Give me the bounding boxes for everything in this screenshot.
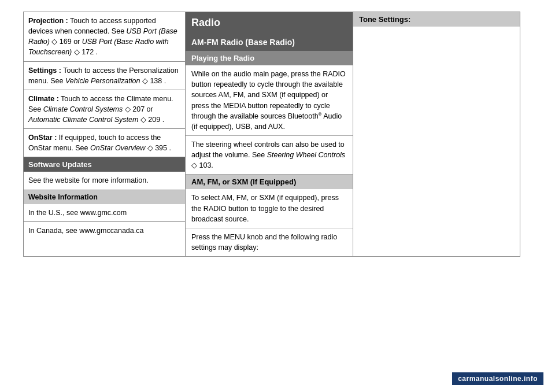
climate-end: . [162, 116, 164, 124]
onstar-end: . [169, 144, 171, 152]
projection-arrow1: ◇ 169 [51, 38, 71, 46]
radio-title: Radio [186, 12, 353, 34]
settings-arrow1: ◇ 138 [142, 77, 162, 85]
climate-section: Climate : Touch to access the Climate me… [24, 90, 185, 129]
settings-section: Settings : Touch to access the Personali… [24, 62, 185, 90]
playing-body1-block: While on the audio main page, press the … [186, 65, 353, 136]
projection-label: Projection : [28, 17, 68, 25]
settings-label: Settings : [28, 66, 61, 75]
projection-italic2: USB Port (Base Radio with Touchscreen) [28, 38, 169, 56]
onstar-section: OnStar : If equipped, touch to access th… [24, 129, 185, 157]
left-column: Projection : Touch to access supported d… [23, 12, 185, 257]
website-canada-line: In Canada, see www.gmccanada.ca [24, 222, 185, 239]
am-fm-sxm-header: AM, FM, or SXM (If Equipped) [186, 175, 353, 189]
content-area: Projection : Touch to access supported d… [23, 12, 532, 257]
middle-column: Radio AM-FM Radio (Base Radio) Playing t… [185, 12, 353, 257]
climate-arrow1: ◇ 207 [125, 105, 145, 113]
am-fm-body1: To select AM, FM, or SXM (if equipped), … [186, 189, 353, 228]
software-updates-body: See the website for more information. [24, 172, 185, 190]
playing-header: Playing the Radio [186, 51, 353, 65]
climate-arrow2: ◇ 209 [140, 116, 160, 124]
website-us-line: In the U.S., see www.gmc.com [24, 204, 185, 222]
am-fm-body2: Press the MENU knob and the following ra… [186, 228, 353, 256]
onstar-label: OnStar : [28, 134, 57, 142]
projection-section: Projection : Touch to access supported d… [24, 12, 185, 62]
playing-body2-block: The steering wheel controls can also be … [186, 136, 353, 175]
software-updates-header: Software Updates [24, 157, 185, 172]
right-column: Tone Settings: [353, 12, 520, 257]
onstar-italic1: OnStar Overview [90, 144, 145, 152]
playing-body2-arrow: ◇ 103 [191, 161, 211, 169]
climate-mid1: or [147, 105, 153, 113]
climate-label: Climate : [28, 95, 59, 103]
climate-italic1: Climate Control Systems [43, 105, 123, 113]
settings-end: . [164, 77, 166, 85]
projection-mid1: or [73, 38, 82, 46]
tone-settings-header: Tone Settings: [353, 12, 520, 27]
playing-body2-end: . [211, 161, 213, 169]
watermark: carmanualsonline.info [452, 372, 543, 385]
onstar-arrow1: ◇ 395 [147, 144, 167, 152]
climate-italic2: Automatic Climate Control System [28, 116, 138, 124]
website-info-header: Website Information [24, 190, 185, 204]
settings-italic1: Vehicle Personalization [65, 77, 140, 85]
projection-end: . [96, 48, 98, 56]
playing-body2-italic: Steering Wheel Controls [267, 151, 345, 159]
page-container: Projection : Touch to access supported d… [0, 0, 555, 392]
projection-arrow2: ◇ 172 [74, 48, 94, 56]
am-fm-header: AM-FM Radio (Base Radio) [186, 34, 353, 51]
